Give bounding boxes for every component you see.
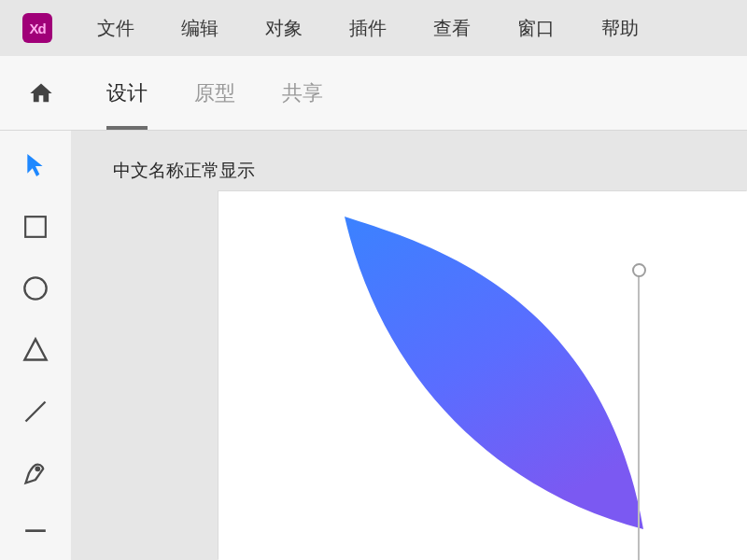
ellipse-tool-icon: [22, 275, 49, 301]
tabbar: 设计 原型 共享: [0, 56, 747, 131]
artboard[interactable]: [218, 191, 747, 560]
menu-file[interactable]: 文件: [97, 16, 134, 41]
menu-window[interactable]: 窗口: [517, 16, 555, 41]
svg-line-2: [26, 402, 46, 422]
line-tool-icon: [22, 399, 49, 425]
canvas-area[interactable]: 中文名称正常显示: [71, 131, 747, 560]
tab-prototype[interactable]: 原型: [194, 70, 235, 117]
line-tool[interactable]: [20, 396, 51, 427]
home-icon: [28, 80, 54, 106]
ellipse-tool[interactable]: [20, 273, 51, 304]
tab-share[interactable]: 共享: [282, 70, 323, 117]
svg-point-3: [36, 468, 40, 471]
text-tool-icon: [23, 528, 48, 541]
menu-items: 文件 编辑 对象 插件 查看 窗口 帮助: [97, 16, 639, 41]
rectangle-tool[interactable]: [20, 211, 51, 243]
menu-object[interactable]: 对象: [265, 16, 303, 41]
home-button[interactable]: [22, 80, 60, 106]
polygon-tool[interactable]: [20, 334, 51, 366]
tab-design[interactable]: 设计: [106, 70, 148, 117]
menu-plugins[interactable]: 插件: [349, 16, 387, 41]
app-logo: Xd: [22, 13, 52, 43]
polygon-tool-icon: [21, 337, 49, 363]
pen-tool-icon: [22, 460, 49, 486]
svg-point-1: [24, 277, 46, 299]
menu-edit[interactable]: 编辑: [181, 16, 218, 41]
artboard-title[interactable]: 中文名称正常显示: [113, 159, 747, 183]
select-tool[interactable]: [20, 149, 51, 181]
pen-tool[interactable]: [20, 457, 51, 489]
rectangle-tool-icon: [23, 215, 48, 239]
menu-view[interactable]: 查看: [433, 16, 471, 41]
menu-help[interactable]: 帮助: [601, 16, 639, 41]
select-tool-icon: [25, 153, 46, 177]
leaf-shape[interactable]: [331, 212, 667, 548]
gradient-axis-line[interactable]: [638, 271, 640, 560]
svg-rect-0: [25, 217, 46, 237]
menubar: Xd 文件 编辑 对象 插件 查看 窗口 帮助: [0, 0, 747, 56]
text-tool[interactable]: [20, 519, 51, 551]
gradient-stop-handle[interactable]: [632, 263, 646, 277]
left-toolbar: [0, 131, 71, 560]
main-area: 中文名称正常显示: [0, 131, 747, 560]
